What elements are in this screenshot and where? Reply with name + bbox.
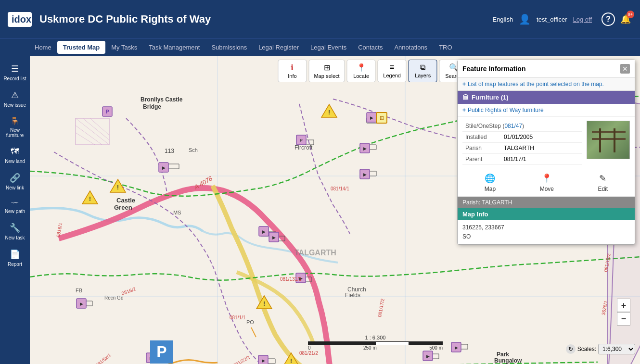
svg-rect-25 — [159, 163, 168, 172]
globe-icon: 🌐 — [485, 173, 495, 184]
refresh-scales-button[interactable]: ↻ — [566, 344, 576, 354]
nav-contacts[interactable]: Contacts — [352, 41, 388, 54]
sidebar-item-new-furniture[interactable]: 🪑 New furniture — [1, 113, 29, 142]
nav-submissions[interactable]: Submissions — [205, 41, 253, 54]
svg-rect-45 — [451, 342, 461, 352]
scales-label: Scales: — [577, 346, 596, 352]
username-label: test_officer — [537, 16, 567, 23]
sidebar-item-new-task[interactable]: 🔧 New task — [1, 219, 29, 244]
nav-tro[interactable]: TRO — [433, 41, 458, 54]
logout-link[interactable]: Log off — [573, 16, 592, 23]
svg-text:081/17/2: 081/17/2 — [377, 298, 385, 318]
svg-text:▶: ▶ — [363, 146, 367, 151]
locate-icon: 📍 — [357, 63, 366, 72]
help-icon[interactable]: ? — [602, 13, 615, 26]
map-tool-legend[interactable]: ≡ Legend — [378, 60, 407, 82]
zoom-out-button[interactable]: − — [617, 312, 630, 326]
map-tool-layers[interactable]: ⧉ Layers — [409, 60, 437, 82]
prow-furniture-subsection[interactable]: + Public Rights of Way furniture — [458, 104, 635, 117]
info-tool-icon: ℹ — [291, 63, 294, 72]
sidebar-item-new-link[interactable]: 🔗 New link — [1, 169, 29, 194]
svg-text:▶: ▶ — [262, 229, 266, 234]
nav-annotations[interactable]: Annotations — [388, 41, 433, 54]
new-issue-icon: ⚠ — [11, 90, 19, 100]
action-map-button[interactable]: 🌐 Map — [485, 173, 496, 192]
svg-text:Fircroft: Fircroft — [294, 144, 313, 151]
nav-trusted-map[interactable]: Trusted Map — [57, 41, 106, 54]
svg-text:P: P — [106, 109, 109, 114]
svg-text:081/21/2: 081/21/2 — [299, 351, 318, 356]
sidebar-item-new-issue[interactable]: ⚠ New issue — [1, 86, 29, 112]
svg-text:!: ! — [263, 301, 265, 307]
sidebar-item-record-list[interactable]: ☰ Record list — [1, 60, 29, 85]
svg-marker-15 — [82, 191, 98, 204]
svg-rect-31 — [259, 226, 269, 236]
feature-link[interactable]: 081/47 — [504, 123, 522, 129]
new-land-icon: 🗺 — [11, 147, 19, 157]
new-path-icon: 〰 — [12, 199, 18, 207]
sidebar-label-report: Report — [8, 262, 22, 267]
locate-label: Locate — [353, 73, 369, 79]
scales-select[interactable]: 1:6,300 1:10,000 1:25,000 1:50,000 — [598, 344, 635, 354]
svg-text:081/19/2: 081/19/2 — [603, 253, 612, 273]
svg-line-6 — [76, 118, 109, 145]
map-tool-info[interactable]: ℹ Info — [278, 60, 307, 82]
nav-task-management[interactable]: Task Management — [143, 41, 205, 54]
action-edit-button[interactable]: ✎ Edit — [598, 173, 608, 192]
svg-text:0816/2: 0816/2 — [121, 286, 137, 296]
svg-rect-29 — [296, 135, 306, 145]
sidebar-label-record-list: Record list — [3, 76, 26, 81]
furniture-section-header: 🏛 Furniture (1) — [458, 91, 635, 104]
sidebar: ☰ Record list ⚠ New issue 🪑 New furnitur… — [0, 56, 30, 364]
sidebar-item-report[interactable]: 📄 Report — [1, 245, 29, 271]
svg-text:▶: ▶ — [262, 358, 265, 363]
svg-text:Fields: Fields — [345, 292, 360, 299]
map-area[interactable]: ! ! ! ! ! ! P ▶ ▶ P — [30, 56, 640, 364]
building-icon: 🏛 — [462, 94, 469, 101]
map-tool-map-select[interactable]: ⊞ Map select — [308, 60, 345, 82]
svg-text:113: 113 — [165, 148, 174, 154]
nav-legal-register[interactable]: Legal Register — [253, 41, 305, 54]
svg-text:Bungalow: Bungalow — [494, 357, 522, 364]
sidebar-item-new-land[interactable]: 🗺 New land — [1, 143, 29, 168]
svg-text:081/14/1: 081/14/1 — [331, 186, 349, 191]
panel-actions: 🌐 Map 📍 Move ✎ Edit — [458, 169, 635, 197]
svg-text:▶: ▶ — [455, 345, 458, 350]
header-right: English 👤 test_officer Log off ? 🔔 9+ — [492, 13, 632, 26]
svg-text:Bronllys Castle: Bronllys Castle — [141, 96, 183, 103]
nav-legal-events[interactable]: Legal Events — [305, 41, 352, 54]
language-label[interactable]: English — [492, 16, 513, 23]
svg-line-8 — [90, 118, 109, 135]
new-task-icon: 🔧 — [10, 223, 20, 233]
nav-my-tasks[interactable]: My Tasks — [105, 41, 143, 54]
feature-panel-title: Feature Information — [462, 65, 525, 73]
panel-close-button[interactable]: ✕ — [620, 64, 630, 74]
svg-text:!: ! — [89, 196, 91, 202]
panel-map-info-header: Map Info — [458, 208, 635, 220]
svg-rect-49 — [77, 299, 86, 308]
panel-list-info: + List of map features at the point sele… — [458, 78, 635, 91]
panel-map-info-content: 316225, 233667 SO — [458, 220, 635, 244]
svg-text:▶: ▶ — [150, 356, 153, 361]
zoom-in-button[interactable]: + — [617, 299, 630, 312]
sidebar-label-new-task: New task — [5, 235, 25, 240]
svg-text:3626/1: 3626/1 — [601, 300, 608, 315]
svg-text:▶: ▶ — [370, 115, 373, 120]
svg-rect-47 — [146, 353, 156, 363]
svg-rect-27 — [367, 113, 376, 122]
svg-text:P: P — [156, 343, 166, 360]
panel-parish: Parish: TALGARTH — [458, 197, 635, 208]
svg-text:081/22/1: 081/22/1 — [232, 354, 252, 364]
svg-text:MS: MS — [173, 210, 181, 215]
svg-text:▶: ▶ — [299, 276, 303, 281]
map-tool-locate[interactable]: 📍 Locate — [347, 60, 376, 82]
feature-thumbnail — [587, 121, 630, 159]
svg-line-10 — [76, 133, 95, 145]
svg-text:▶: ▶ — [363, 172, 367, 177]
nav-home[interactable]: Home — [29, 41, 57, 54]
svg-text:▶: ▶ — [162, 165, 166, 170]
sidebar-item-new-path[interactable]: 〰 New path — [1, 195, 29, 218]
action-move-button[interactable]: 📍 Move — [540, 173, 554, 192]
svg-text:▶: ▶ — [272, 235, 276, 240]
feature-panel-body: + List of map features at the point sele… — [458, 78, 635, 244]
